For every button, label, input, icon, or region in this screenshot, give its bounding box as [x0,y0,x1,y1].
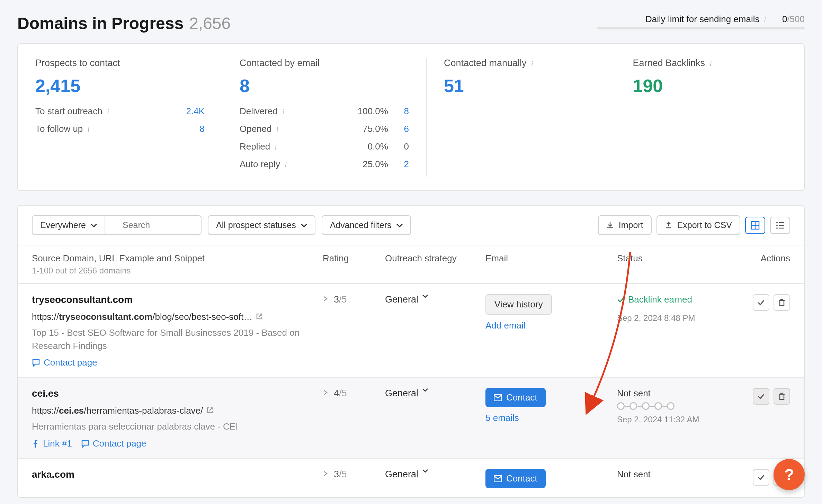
import-button[interactable]: Import [598,215,652,235]
chevron-right-icon[interactable] [323,471,328,476]
view-table-button[interactable] [745,217,765,234]
check-icon [757,474,765,481]
external-link-icon[interactable] [206,407,213,414]
title-count: 2,656 [189,14,231,33]
chevron-down-icon [422,388,428,392]
view-list-button[interactable] [770,217,790,234]
check-icon [757,393,765,400]
delete-button[interactable] [774,294,790,311]
info-icon[interactable]: i [275,143,277,152]
info-icon[interactable]: i [107,107,109,116]
info-icon[interactable]: i [276,125,278,134]
status-cell: Not sent [617,469,735,488]
col-actions-label: Actions [735,253,790,276]
external-link-icon[interactable] [256,313,263,320]
table-row: cei.es https://cei.es/herramientas-palab… [18,377,804,458]
stat-value[interactable]: 8 [240,75,409,96]
rating-cell: 3/5 [323,469,385,488]
table-row: arka.com 3/5 General Contact Not sent [18,458,804,497]
info-icon[interactable]: i [285,160,287,169]
grid-icon [751,221,760,230]
limit-progress-bar [597,27,805,29]
download-icon [606,222,614,229]
col-domain-label: Source Domain, URL Example and Snippet [32,253,323,264]
delete-button[interactable] [774,388,790,405]
status-date: Sep 2, 2024 8:48 PM [617,313,735,323]
stat-subrow: To follow up i 8 [35,124,205,134]
col-status-label: Status [617,253,735,276]
chevron-right-icon[interactable] [323,296,328,302]
comment-icon [32,359,40,367]
stat-contacted-manual: Contacted manually i 51 [427,58,616,177]
approve-button[interactable] [753,469,769,486]
col-rating-label: Rating [323,253,385,276]
domain-snippet: Top 15 - Best SEO Software for Small Bus… [32,326,302,352]
info-icon[interactable]: i [282,107,284,116]
email-sublink[interactable]: Add email [485,320,617,331]
chevron-down-icon [91,223,97,227]
stat-contacted-email: Contacted by email 8 Delivered i100.0%8 … [222,58,427,177]
upload-icon [665,222,672,229]
contact-button[interactable]: Contact [485,469,546,488]
domain-link[interactable]: Contact page [81,438,146,449]
info-icon[interactable]: i [764,15,766,24]
strategy-dropdown[interactable]: General [385,469,485,488]
chevron-down-icon [301,223,307,227]
domain-url[interactable]: https://cei.es/herramientas-palabras-cla… [32,405,323,416]
limit-current: 0 [782,14,787,24]
status-progress [617,402,735,410]
mail-icon [494,394,502,401]
stat-value[interactable]: 51 [444,75,598,96]
export-csv-button[interactable]: Export to CSV [656,215,740,235]
info-icon[interactable]: i [531,59,533,68]
limit-label: Daily limit for sending emails [645,14,759,24]
approve-button[interactable] [753,294,769,311]
stats-panel: Prospects to contact 2,415 To start outr… [17,43,805,191]
stat-label: Prospects to contact [35,58,205,69]
rating-cell: 4/5 [323,388,385,449]
domain-name[interactable]: arka.com [32,469,323,480]
domain-link[interactable]: Link #1 [32,438,72,449]
filter-status-dropdown[interactable]: All prospect statuses [208,215,315,235]
mail-icon [494,475,502,482]
status-cell: Not sentSep 2, 2024 11:32 AM [617,388,735,449]
table-row: tryseoconsultant.com https://tryseoconsu… [18,283,804,377]
email-cell: Contact [485,469,617,488]
domain-name[interactable]: cei.es [32,388,323,399]
col-email-label: Email [485,253,617,276]
stat-prospects: Prospects to contact 2,415 To start outr… [18,58,222,177]
email-sublink[interactable]: 5 emails [485,413,617,423]
stat-value[interactable]: 2,415 [35,75,205,96]
check-icon [617,296,625,304]
filter-everywhere-dropdown[interactable]: Everywhere [32,215,105,235]
svg-point-7 [776,225,778,226]
approve-button[interactable] [753,388,769,405]
domains-panel: Everywhere All prospect statuses Advance… [17,205,805,498]
trash-icon [778,299,785,306]
chevron-right-icon[interactable] [323,390,328,395]
status-cell: Backlink earnedSep 2, 2024 8:48 PM [617,294,735,368]
svg-point-5 [776,222,778,223]
col-domain-sub: 1-100 out of 2656 domains [32,266,323,276]
view-history-button[interactable]: View history [485,294,552,315]
email-cell: Contact5 emails [485,388,617,449]
strategy-dropdown[interactable]: General [385,388,485,449]
table-header: Source Domain, URL Example and Snippet 1… [18,245,804,283]
email-cell: View historyAdd email [485,294,617,368]
title-text: Domains in Progress [17,14,184,33]
domain-name[interactable]: tryseoconsultant.com [32,294,323,305]
strategy-dropdown[interactable]: General [385,294,485,368]
contact-button[interactable]: Contact [485,388,546,407]
stat-backlinks: Earned Backlinks i 190 [615,58,804,177]
advanced-filters-button[interactable]: Advanced filters [322,215,411,235]
status-date: Sep 2, 2024 11:32 AM [617,415,735,424]
info-icon[interactable]: i [88,125,90,134]
info-icon[interactable]: i [710,59,712,68]
help-fab[interactable]: ? [774,459,805,490]
domain-url[interactable]: https://tryseoconsultant.com/blog/seo/be… [32,312,323,322]
stat-value[interactable]: 190 [633,75,787,96]
comment-icon [81,440,89,448]
domain-link[interactable]: Contact page [32,357,97,368]
limit-max: /500 [787,14,805,24]
search-input[interactable] [105,215,202,235]
